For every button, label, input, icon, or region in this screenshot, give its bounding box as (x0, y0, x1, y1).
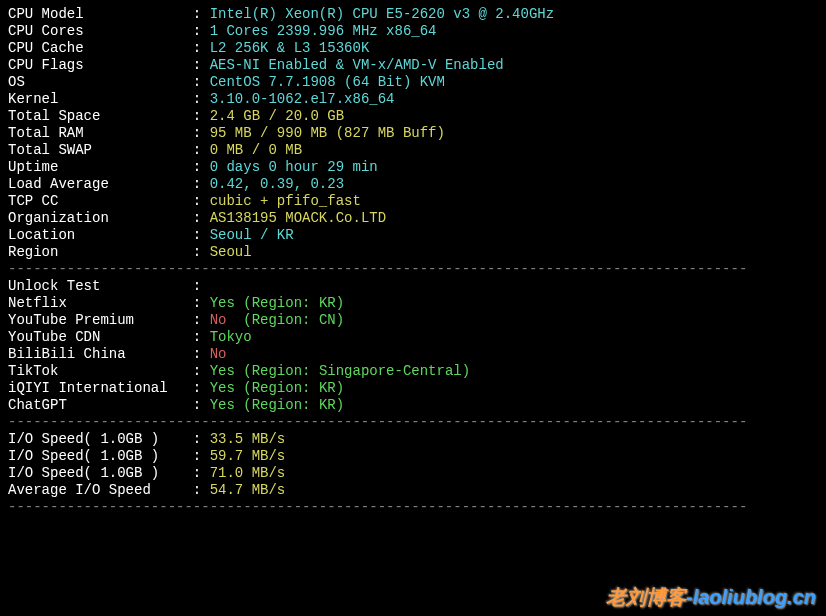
row-colon: : (193, 465, 210, 481)
row-colon: : (193, 74, 210, 90)
row-label: ChatGPT (8, 397, 193, 413)
terminal-output: CPU Model : Intel(R) Xeon(R) CPU E5-2620… (8, 6, 818, 516)
row-value: Intel(R) Xeon(R) CPU E5-2620 v3 @ 2.40GH… (210, 6, 554, 22)
row-label: CPU Model (8, 6, 193, 22)
unlock-status: No (210, 346, 244, 362)
row-colon: : (193, 227, 210, 243)
row-label: TCP CC (8, 193, 193, 209)
row-label: Total RAM (8, 125, 193, 141)
row-colon: : (193, 312, 210, 328)
watermark: 老刘博客-laoliublog.cn (606, 589, 816, 606)
row-label: Location (8, 227, 193, 243)
row-colon: : (193, 278, 210, 294)
unlock-row: iQIYI International : Yes (Region: KR) (8, 380, 818, 397)
row-value: CentOS 7.7.1908 (64 Bit) KVM (210, 74, 445, 90)
row-label: Unlock Test (8, 278, 193, 294)
unlock-extra: (Region: CN) (243, 312, 344, 328)
row-value: 95 MB / 990 MB (827 MB Buff) (210, 125, 445, 141)
unlock-row: BiliBili China : No (8, 346, 818, 363)
unlock-row: YouTube CDN : Tokyo (8, 329, 818, 346)
row-colon: : (193, 40, 210, 56)
row-colon: : (193, 57, 210, 73)
sysinfo-row: Organization : AS138195 MOACK.Co.LTD (8, 210, 818, 227)
row-value: Seoul / KR (210, 227, 294, 243)
row-label: YouTube Premium (8, 312, 193, 328)
io-row: I/O Speed( 1.0GB ) : 71.0 MB/s (8, 465, 818, 482)
unlock-row: YouTube Premium : No (Region: CN) (8, 312, 818, 329)
row-label: CPU Cache (8, 40, 193, 56)
io-row: I/O Speed( 1.0GB ) : 59.7 MB/s (8, 448, 818, 465)
sysinfo-row: Total Space : 2.4 GB / 20.0 GB (8, 108, 818, 125)
unlock-status: Yes (210, 363, 244, 379)
row-label: Organization (8, 210, 193, 226)
sysinfo-row: CPU Cache : L2 256K & L3 15360K (8, 40, 818, 57)
io-value: 54.7 MB/s (210, 482, 286, 498)
row-value: 3.10.0-1062.el7.x86_64 (210, 91, 395, 107)
row-colon: : (193, 448, 210, 464)
row-label: OS (8, 74, 193, 90)
watermark-text-2: -laoliublog.cn (686, 586, 816, 608)
row-value: AES-NI Enabled & VM-x/AMD-V Enabled (210, 57, 504, 73)
row-colon: : (193, 482, 210, 498)
row-label: iQIYI International (8, 380, 193, 396)
unlock-row: TikTok : Yes (Region: Singapore-Central) (8, 363, 818, 380)
sysinfo-row: Location : Seoul / KR (8, 227, 818, 244)
row-colon: : (193, 329, 210, 345)
row-value: AS138195 MOACK.Co.LTD (210, 210, 386, 226)
row-colon: : (193, 397, 210, 413)
divider-line: ----------------------------------------… (8, 414, 818, 431)
row-label: Uptime (8, 159, 193, 175)
sysinfo-row: Load Average : 0.42, 0.39, 0.23 (8, 176, 818, 193)
row-value: 0 days 0 hour 29 min (210, 159, 378, 175)
row-label: BiliBili China (8, 346, 193, 362)
unlock-status: Tokyo (210, 329, 252, 345)
sysinfo-row: Total SWAP : 0 MB / 0 MB (8, 142, 818, 159)
row-colon: : (193, 91, 210, 107)
io-value: 33.5 MB/s (210, 431, 286, 447)
unlock-status: Yes (210, 380, 244, 396)
row-colon: : (193, 363, 210, 379)
sysinfo-row: Uptime : 0 days 0 hour 29 min (8, 159, 818, 176)
row-colon: : (193, 6, 210, 22)
row-label: I/O Speed( 1.0GB ) (8, 465, 193, 481)
row-value: 0.42, 0.39, 0.23 (210, 176, 344, 192)
row-colon: : (193, 380, 210, 396)
row-colon: : (193, 210, 210, 226)
unlock-row: ChatGPT : Yes (Region: KR) (8, 397, 818, 414)
row-value: L2 256K & L3 15360K (210, 40, 370, 56)
unlock-status: Yes (210, 295, 244, 311)
row-colon: : (193, 159, 210, 175)
sysinfo-row: CPU Cores : 1 Cores 2399.996 MHz x86_64 (8, 23, 818, 40)
sysinfo-row: Total RAM : 95 MB / 990 MB (827 MB Buff) (8, 125, 818, 142)
unlock-extra: (Region: KR) (243, 397, 344, 413)
divider-line: ----------------------------------------… (8, 261, 818, 278)
row-colon: : (193, 295, 210, 311)
row-label: TikTok (8, 363, 193, 379)
unlock-status: Yes (210, 397, 244, 413)
row-colon: : (193, 346, 210, 362)
row-label: Total Space (8, 108, 193, 124)
row-colon: : (193, 125, 210, 141)
row-colon: : (193, 108, 210, 124)
sysinfo-row: Region : Seoul (8, 244, 818, 261)
row-label: Total SWAP (8, 142, 193, 158)
watermark-text-1: 老刘博客 (606, 586, 686, 608)
sysinfo-row: CPU Model : Intel(R) Xeon(R) CPU E5-2620… (8, 6, 818, 23)
unlock-header-row: Unlock Test : (8, 278, 818, 295)
sysinfo-row: Kernel : 3.10.0-1062.el7.x86_64 (8, 91, 818, 108)
row-label: Region (8, 244, 193, 260)
row-label: I/O Speed( 1.0GB ) (8, 431, 193, 447)
row-label: Load Average (8, 176, 193, 192)
unlock-status: No (210, 312, 244, 328)
row-label: CPU Cores (8, 23, 193, 39)
row-label: YouTube CDN (8, 329, 193, 345)
row-value: 0 MB / 0 MB (210, 142, 302, 158)
row-colon: : (193, 176, 210, 192)
io-value: 71.0 MB/s (210, 465, 286, 481)
row-colon: : (193, 244, 210, 260)
row-label: Kernel (8, 91, 193, 107)
unlock-extra: (Region: KR) (243, 295, 344, 311)
row-value: Seoul (210, 244, 252, 260)
row-colon: : (193, 23, 210, 39)
row-colon: : (193, 431, 210, 447)
